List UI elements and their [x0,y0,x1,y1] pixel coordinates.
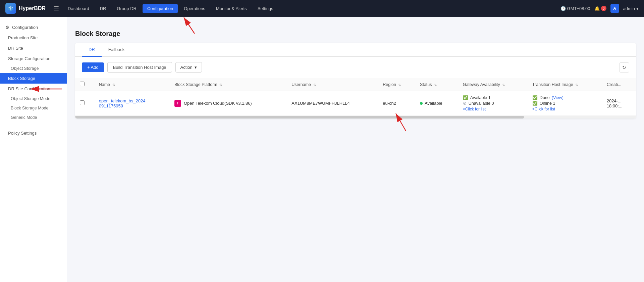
scrollbar-thumb[interactable] [75,116,524,119]
created-value: 2024-...18:00:... [607,98,623,108]
hamburger-button[interactable]: ☰ [51,3,62,14]
region-sort-icon: ⇅ [398,83,401,87]
table-header: Name ⇅ Block Storage Platform ⇅ Username… [75,78,636,91]
config-icon: ⚙ [5,25,9,30]
refresh-button[interactable]: ↻ [619,62,629,73]
nav-settings[interactable]: Settings [253,4,278,13]
gateway-sort-icon: ⇅ [502,83,505,87]
page-title: Block Storage [75,30,636,38]
row-created-cell: 2024-...18:00:... [602,91,636,116]
row-name-cell: open_telekom_bs_20240911175959 [94,91,170,116]
transition-online-icon: ✅ [532,101,538,106]
sidebar-item-object-storage[interactable]: Object Storage [0,64,67,73]
bell-icon: 🔔 [594,6,600,11]
col-username[interactable]: Username ⇅ [287,78,378,91]
gateway-unavailable-row: ⊘ Unavailable 0 [463,101,523,106]
user-chevron: ▾ [636,6,639,11]
table-row: open_telekom_bs_20240911175959 T Open Te… [75,91,636,116]
gateway-available-icon: ✅ [463,95,468,100]
row-status-cell: Available [415,91,458,116]
col-created[interactable]: Creati... [602,78,636,91]
sidebar-item-block-storage-mode[interactable]: Block Storage Mode [0,103,67,113]
main-content: Block Storage DR Failback + Add Build Tr… [67,17,644,282]
gateway-click-list-link[interactable]: >Click for list [463,107,486,111]
nav-group-dr[interactable]: Group DR [112,4,141,13]
row-platform-cell: T Open Telekom Cloud(SDK v3.1.86) [170,91,287,116]
avatar-icon: A [610,4,619,13]
user-avatar[interactable]: A [610,4,619,13]
notification-badge: 0 [601,6,606,11]
status-container: Available [420,101,453,106]
tab-bar: DR Failback [75,43,636,57]
row-transition-cell: ✅ Done (View) ✅ Online 1 >Click for list [528,91,602,116]
app-logo: HyperBDR [5,3,46,14]
nav-dashboard[interactable]: Dashboard [63,4,94,13]
select-all-checkbox[interactable] [80,82,85,86]
sidebar-section-title: ⚙ Configuration [0,22,67,33]
row-region-cell: eu-ch2 [378,91,415,116]
nav-monitor-alerts[interactable]: Monitor & Alerts [211,4,252,13]
status-sort-icon: ⇅ [434,83,437,87]
toolbar: + Add Build Transition Host Image Action… [75,57,636,78]
sidebar-item-block-storage[interactable]: Block Storage [0,73,67,84]
transition-sort-icon: ⇅ [575,83,578,87]
row-name-link[interactable]: open_telekom_bs_20240911175959 [99,98,146,108]
sidebar-item-generic-mode[interactable]: Generic Mode [0,113,67,122]
platform-container: T Open Telekom Cloud(SDK v3.1.86) [174,100,282,107]
col-checkbox [75,78,94,91]
sidebar-item-storage-configuration[interactable]: Storage Configuration [0,53,67,64]
row-checkbox-cell [75,91,94,116]
build-transition-button[interactable]: Build Transition Host Image [107,62,172,73]
transition-done-row: ✅ Done (View) [532,95,597,100]
user-label: admin [623,6,635,11]
transition-view-link[interactable]: (View) [552,95,564,100]
username-value: AX1UM8ME7WUMFHJLHLL4 [291,101,350,106]
gateway-unavailable-text: Unavailable 0 [469,101,494,106]
tab-failback[interactable]: Failback [102,43,131,57]
action-button[interactable]: Action ▾ [175,62,202,73]
col-name[interactable]: Name ⇅ [94,78,170,91]
region-value: eu-ch2 [383,101,396,106]
col-platform[interactable]: Block Storage Platform ⇅ [170,78,287,91]
gateway-available-text: Available 1 [470,95,491,100]
col-gateway[interactable]: Gateway Availability ⇅ [458,78,528,91]
arrow-annotations [0,0,644,282]
table-body: open_telekom_bs_20240911175959 T Open Te… [75,91,636,116]
col-region[interactable]: Region ⇅ [378,78,415,91]
row-gateway-cell: ✅ Available 1 ⊘ Unavailable 0 >Click for… [458,91,528,116]
sidebar-item-production-site[interactable]: Production Site [0,33,67,43]
sidebar-item-policy-settings[interactable]: Policy Settings [0,128,67,138]
status-dot [420,102,423,105]
transition-click-list-link[interactable]: >Click for list [532,107,555,111]
topnav-right-section: 🕐 GMT+08:00 🔔 0 A admin ▾ [560,4,639,13]
name-sort-icon: ⇅ [112,83,115,87]
sidebar-item-object-storage-mode[interactable]: Object Storage Mode [0,94,67,103]
block-storage-table: Name ⇅ Block Storage Platform ⇅ Username… [75,78,636,119]
tab-dr[interactable]: DR [82,43,102,57]
nav-operations[interactable]: Operations [179,4,210,13]
data-table: Name ⇅ Block Storage Platform ⇅ Username… [75,78,636,116]
transition-online-text: Online 1 [540,101,555,106]
nav-dr[interactable]: DR [95,4,111,13]
sidebar-item-dr-site[interactable]: DR Site [0,43,67,53]
content-card: DR Failback + Add Build Transition Host … [75,43,636,119]
platform-sort-icon: ⇅ [219,83,222,87]
platform-label: Open Telekom Cloud(SDK v3.1.86) [184,101,252,106]
sidebar-item-dr-site-configuration[interactable]: DR Site Configuration [0,84,67,94]
timezone-label: GMT+08:00 [567,6,590,11]
notification-bell[interactable]: 🔔 0 [594,6,606,11]
clock-icon: 🕐 [560,6,566,11]
horizontal-scrollbar[interactable] [75,116,636,119]
col-transition[interactable]: Transition Host Image ⇅ [528,78,602,91]
app-name: HyperBDR [19,5,46,11]
nav-configuration[interactable]: Configuration [143,4,178,13]
row-checkbox[interactable] [80,100,85,105]
timezone-display: 🕐 GMT+08:00 [560,6,590,11]
action-chevron-icon: ▾ [195,65,197,70]
telekom-icon: T [174,100,181,107]
user-menu[interactable]: admin ▾ [623,6,639,11]
col-status[interactable]: Status ⇅ [415,78,458,91]
sidebar-divider [0,125,67,125]
row-username-cell: AX1UM8ME7WUMFHJLHLL4 [287,91,378,116]
add-button[interactable]: + Add [82,62,104,72]
